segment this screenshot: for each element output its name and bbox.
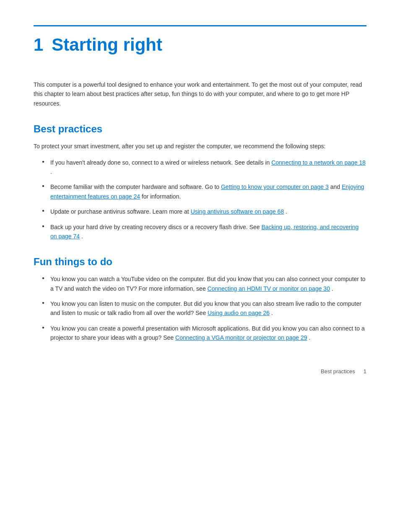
bullet-text-middle: and <box>330 183 342 190</box>
best-practices-title: Best practices <box>34 123 366 135</box>
list-item: You know you can create a powerful prese… <box>42 324 366 343</box>
bullet-text-after: . <box>81 233 83 240</box>
using-audio-link[interactable]: Using audio on page 26 <box>208 310 270 316</box>
chapter-title: Starting right <box>52 35 162 55</box>
fun-things-list: You know you can watch a YouTube video o… <box>34 274 366 342</box>
bullet-text-after: . <box>50 168 52 175</box>
top-border <box>34 25 366 26</box>
list-item: Become familiar with the computer hardwa… <box>42 182 366 201</box>
antivirus-link[interactable]: Using antivirus software on page 68 <box>191 208 284 215</box>
bullet-text-after: . <box>309 334 310 341</box>
page-footer: Best practices 1 <box>321 368 366 374</box>
getting-to-know-link[interactable]: Getting to know your computer on page 3 <box>221 183 329 190</box>
fun-things-section: Fun things to do You know you can watch … <box>34 256 366 342</box>
bullet-text: If you haven't already done so, connect … <box>50 159 271 166</box>
bullet-text: Become familiar with the computer hardwa… <box>50 183 221 190</box>
list-item: You know you can listen to music on the … <box>42 299 366 318</box>
best-practices-section: Best practices To protect your smart inv… <box>34 123 366 241</box>
bullet-text: You know you can listen to music on the … <box>50 300 361 316</box>
vga-monitor-link[interactable]: Connecting a VGA monitor or projector on… <box>175 334 307 341</box>
list-item: You know you can watch a YouTube video o… <box>42 274 366 293</box>
intro-text: This computer is a powerful tool designe… <box>34 80 366 108</box>
footer-page-number: 1 <box>364 368 366 374</box>
bullet-text-after: for information. <box>142 193 181 200</box>
bullet-text: Back up your hard drive by creating reco… <box>50 224 261 230</box>
best-practices-list: If you haven't already done so, connect … <box>34 158 366 241</box>
list-item: If you haven't already done so, connect … <box>42 158 366 177</box>
fun-things-title: Fun things to do <box>34 256 366 268</box>
chapter-number: 1 <box>34 35 43 55</box>
footer-section-label: Best practices <box>321 368 355 374</box>
chapter-header: 1 Starting right <box>34 35 366 55</box>
page-container: 1 Starting right This computer is a powe… <box>0 0 400 391</box>
bullet-text-after: . <box>286 208 287 215</box>
list-item: Update or purchase antivirus software. L… <box>42 207 366 216</box>
hdmi-tv-link[interactable]: Connecting an HDMI TV or monitor on page… <box>208 285 330 292</box>
bullet-text-after: . <box>271 310 273 316</box>
list-item: Back up your hard drive by creating reco… <box>42 222 366 241</box>
connecting-network-link[interactable]: Connecting to a network on page 18 <box>271 159 366 166</box>
bullet-text-after: . <box>332 285 333 292</box>
bullet-text: Update or purchase antivirus software. L… <box>50 208 191 215</box>
best-practices-intro: To protect your smart investment, after … <box>34 142 366 151</box>
